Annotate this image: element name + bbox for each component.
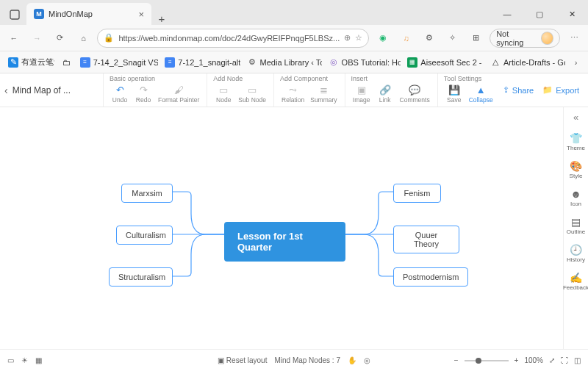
favorite-icon[interactable]: ☆ <box>355 33 362 43</box>
side-feedback[interactable]: ✍Feedback <box>563 267 588 295</box>
target-tool[interactable]: ◎ <box>364 356 370 364</box>
relation-button[interactable]: ⤳Relation <box>280 84 306 104</box>
url-text: https://web.mindonmap.com/doc/24dGwyREIF… <box>118 34 340 43</box>
image-icon: ▣ <box>357 84 366 96</box>
node-right-1[interactable]: Quuer Theory <box>393 226 459 253</box>
more-menu[interactable]: ⋯ <box>564 29 584 48</box>
mindmap-canvas[interactable]: Lesson for 1st Quarter Marxsim Culturali… <box>0 107 563 349</box>
new-tab-button[interactable]: + <box>151 12 172 25</box>
subnode-icon: ▭ <box>248 84 257 96</box>
document-title[interactable]: Mind Map of ... <box>12 85 71 96</box>
save-icon: 💾 <box>448 84 460 96</box>
status-screen-icon[interactable]: ▭ <box>7 356 14 364</box>
node-left-2[interactable]: Structuralism <box>109 267 173 287</box>
bookmark-item[interactable]: ≡7-14_2_Snagit VS S... <box>76 55 159 70</box>
side-outline[interactable]: ▤Outline <box>567 212 585 239</box>
window-close[interactable]: ✕ <box>556 3 588 25</box>
bookmark-item[interactable]: 🗀 <box>57 55 73 70</box>
nav-back[interactable]: ← <box>4 29 24 48</box>
undo-button[interactable]: ↶Undo <box>110 84 130 104</box>
undo-icon: ↶ <box>116 84 124 96</box>
ext-clip-icon[interactable]: ✧ <box>443 29 462 48</box>
palette-icon: 🎨 <box>570 160 582 172</box>
center-node[interactable]: Lesson for 1st Quarter <box>224 222 345 262</box>
bookmark-item[interactable]: ≡7-12_1_snagit-alter... <box>161 55 240 70</box>
doc-back-button[interactable]: ‹ <box>4 84 8 96</box>
insert-image-button[interactable]: ▣Image <box>351 84 372 104</box>
bookmarks-overflow[interactable]: › <box>568 53 584 72</box>
gsheet-icon: ▦ <box>407 57 417 68</box>
ext-headphones-icon[interactable]: ♫ <box>397 29 416 48</box>
tab-list-button[interactable] <box>3 4 26 25</box>
nav-home[interactable]: ⌂ <box>74 29 93 48</box>
sync-button[interactable]: Not syncing <box>490 29 560 48</box>
nav-refresh[interactable]: ⟳ <box>51 29 70 48</box>
share-button[interactable]: ⇪Share <box>503 85 534 95</box>
svg-rect-0 <box>10 10 19 19</box>
window-maximize[interactable]: ▢ <box>523 3 556 25</box>
tab-favicon: M <box>34 9 44 19</box>
group-label: Basic operation <box>110 75 201 84</box>
shirt-icon: 👕 <box>570 132 582 144</box>
group-label: Tool Settings <box>444 75 495 84</box>
ext-settings-icon[interactable]: ⚙ <box>420 29 439 48</box>
nav-forward[interactable]: → <box>28 29 47 48</box>
ext-grammarly[interactable]: ◉ <box>373 29 392 48</box>
bookmark-item[interactable]: ▦Aiseesoft Sec 2 - W... <box>404 55 484 70</box>
zoom-slider[interactable] <box>465 360 509 361</box>
bookmark-item[interactable]: △Article-Drafts - Goo... <box>487 55 565 70</box>
bookmarks-bar: ✎有道云笔记 🗀 ≡7-14_2_Snagit VS S... ≡7-12_1_… <box>0 51 588 73</box>
relation-icon: ⤳ <box>289 84 297 96</box>
bookmark-item[interactable]: ✎有道云笔记 <box>4 54 54 70</box>
feedback-icon: ✍ <box>570 272 582 284</box>
insert-link-button[interactable]: 🔗Link <box>375 84 395 104</box>
node-right-2[interactable]: Postmodernism <box>393 267 468 287</box>
window-minimize[interactable]: — <box>491 3 523 25</box>
address-bar[interactable]: 🔒 https://web.mindonmap.com/doc/24dGwyRE… <box>97 29 369 48</box>
outline-icon: ▤ <box>571 216 581 228</box>
fit-screen-icon[interactable]: ⤢ <box>549 356 555 364</box>
clock-icon: 🕘 <box>570 244 582 256</box>
status-grid-icon[interactable]: ▦ <box>35 356 42 364</box>
sidepanel-collapse[interactable]: « <box>573 112 578 128</box>
reset-layout-button[interactable]: ▣ Reset layout <box>218 356 267 364</box>
bookmark-item[interactable]: ◎OBS Tutorial: How... <box>325 55 401 70</box>
export-icon: 📁 <box>542 85 553 95</box>
minimap-icon[interactable]: ◫ <box>574 356 581 364</box>
zoom-level: 100% <box>524 356 543 364</box>
group-label: Add Component <box>280 75 339 84</box>
node-left-1[interactable]: Culturalism <box>116 226 173 245</box>
side-style[interactable]: 🎨Style <box>570 156 583 184</box>
save-button[interactable]: 💾Save <box>444 84 465 104</box>
zoom-out[interactable]: − <box>454 356 459 364</box>
add-node-button[interactable]: ▭Node <box>213 84 234 104</box>
comment-icon: 💬 <box>409 84 420 96</box>
side-panel: « 👕Theme 🎨Style ☻Icon ▤Outline 🕘History … <box>563 107 588 349</box>
summary-button[interactable]: ≣Summary <box>309 84 338 104</box>
collapse-icon: ▲ <box>476 84 486 96</box>
node-count: Mind Map Nodes : 7 <box>274 356 340 364</box>
fullscreen-icon[interactable]: ⛶ <box>561 356 568 364</box>
tab-close-icon[interactable]: × <box>138 9 144 20</box>
hand-tool[interactable]: ✋ <box>348 356 356 364</box>
redo-button[interactable]: ↷Redo <box>133 84 154 104</box>
format-painter-button[interactable]: 🖌Format Painter <box>157 84 201 104</box>
export-button[interactable]: 📁Export <box>542 85 579 95</box>
status-sun-icon[interactable]: ☀ <box>21 356 28 364</box>
link-icon: 🔗 <box>379 84 391 96</box>
insert-comment-button[interactable]: 💬Comments <box>398 84 431 104</box>
brush-icon: 🖌 <box>174 84 184 96</box>
zoom-in[interactable]: + <box>514 356 519 364</box>
side-theme[interactable]: 👕Theme <box>567 128 585 156</box>
side-icon[interactable]: ☻Icon <box>570 184 581 212</box>
node-left-0[interactable]: Marxsim <box>121 184 173 203</box>
search-icon[interactable]: ⊕ <box>344 33 351 43</box>
obs-icon: ◎ <box>329 57 339 68</box>
side-history[interactable]: 🕘History <box>567 239 585 267</box>
bookmark-item[interactable]: ⚙Media Library ‹ Top... <box>243 55 322 70</box>
node-right-0[interactable]: Fenism <box>393 184 441 203</box>
collections-icon[interactable]: ⊞ <box>467 29 486 48</box>
browser-tab[interactable]: M MindOnMap × <box>26 3 151 25</box>
add-subnode-button[interactable]: ▭Sub Node <box>237 84 268 104</box>
collapse-button[interactable]: ▲Collapse <box>467 84 495 104</box>
